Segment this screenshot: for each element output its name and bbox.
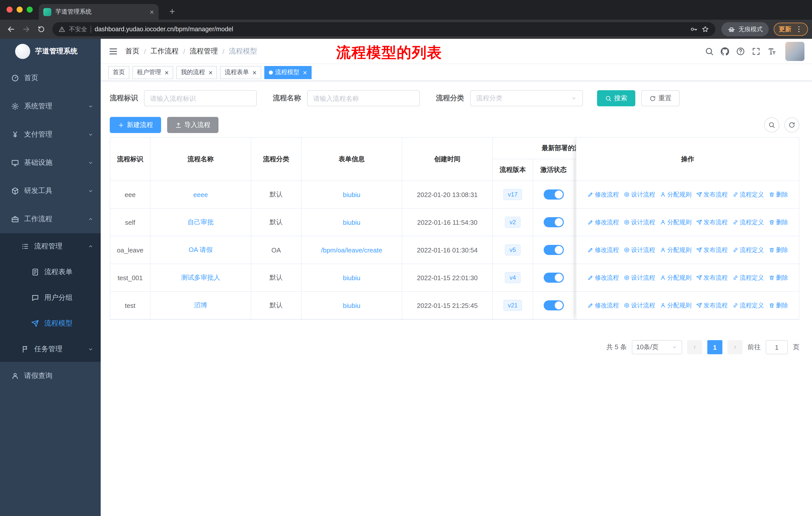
browser-tab[interactable]: 芋道管理系统 × xyxy=(39,4,158,20)
form-info-link[interactable]: biubiu xyxy=(343,191,360,198)
create-process-button[interactable]: 新建流程 xyxy=(110,117,161,133)
zoom-window-button[interactable] xyxy=(27,6,33,12)
github-icon[interactable] xyxy=(720,47,729,56)
action-delete-link[interactable]: 删除 xyxy=(768,301,788,310)
tab-close-icon[interactable]: × xyxy=(149,8,154,16)
refresh-table-button[interactable] xyxy=(784,117,800,133)
breadcrumb-process-management[interactable]: 流程管理 xyxy=(190,47,218,56)
sidebar-item-process-management[interactable]: 流程管理 xyxy=(0,233,101,259)
search-button[interactable]: 搜索 xyxy=(597,90,635,106)
user-avatar[interactable] xyxy=(785,42,805,61)
sidebar-item-user-group[interactable]: 用户分组 xyxy=(0,285,101,310)
action-delete-link[interactable]: 删除 xyxy=(768,190,788,199)
action-publish-link[interactable]: 发布流程 xyxy=(696,246,728,254)
action-publish-link[interactable]: 发布流程 xyxy=(696,273,728,282)
action-assign-link[interactable]: 分配规则 xyxy=(660,218,691,226)
tag-tenant[interactable]: 租户管理× xyxy=(133,66,173,79)
sidebar-item-payment[interactable]: 支付管理 xyxy=(0,120,101,148)
form-info-link[interactable]: /bpm/oa/leave/create xyxy=(321,246,382,254)
import-process-button[interactable]: 导入流程 xyxy=(167,117,219,133)
action-edit-link[interactable]: 修改流程 xyxy=(587,246,619,254)
action-definition-link[interactable]: 流程定义 xyxy=(732,246,764,254)
action-definition-link[interactable]: 流程定义 xyxy=(732,190,764,199)
password-key-icon[interactable] xyxy=(690,25,698,33)
process-name-link[interactable]: eeee xyxy=(193,191,208,198)
tag-close-icon[interactable]: × xyxy=(165,69,169,76)
page-1-button[interactable]: 1 xyxy=(707,340,722,354)
sidebar-item-task-management[interactable]: 任务管理 xyxy=(0,336,101,362)
action-definition-link[interactable]: 流程定义 xyxy=(732,218,764,226)
sidebar-item-workflow[interactable]: 工作流程 xyxy=(0,205,101,233)
breadcrumb-home[interactable]: 首页 xyxy=(125,47,140,56)
action-assign-link[interactable]: 分配规则 xyxy=(660,190,691,199)
process-name-link[interactable]: 滔博 xyxy=(194,301,207,309)
process-name-link[interactable]: OA 请假 xyxy=(188,246,212,253)
toggle-search-button[interactable] xyxy=(764,117,779,133)
action-publish-link[interactable]: 发布流程 xyxy=(696,190,728,199)
sidebar-item-leave-query[interactable]: 请假查询 xyxy=(0,362,101,390)
action-publish-link[interactable]: 发布流程 xyxy=(696,218,728,226)
address-bar[interactable]: 不安全 dashboard.yudao.iocoder.cn/bpm/manag… xyxy=(52,22,715,36)
active-toggle[interactable] xyxy=(544,189,563,199)
action-design-link[interactable]: 设计流程 xyxy=(624,246,655,254)
close-window-button[interactable] xyxy=(6,6,12,12)
action-delete-link[interactable]: 删除 xyxy=(768,218,788,226)
action-edit-link[interactable]: 修改流程 xyxy=(587,218,619,226)
hamburger-icon[interactable] xyxy=(108,46,118,56)
active-toggle[interactable] xyxy=(544,245,563,255)
header-search-icon[interactable] xyxy=(705,47,714,56)
tag-process-form[interactable]: 流程表单× xyxy=(220,66,261,79)
tag-close-icon[interactable]: × xyxy=(253,69,257,76)
sidebar-item-system[interactable]: 系统管理 xyxy=(0,92,101,120)
action-assign-link[interactable]: 分配规则 xyxy=(660,301,691,310)
active-toggle[interactable] xyxy=(544,273,563,283)
minimize-window-button[interactable] xyxy=(17,6,23,12)
action-assign-link[interactable]: 分配规则 xyxy=(660,246,691,254)
action-definition-link[interactable]: 流程定义 xyxy=(732,301,764,310)
process-name-input[interactable] xyxy=(307,90,420,106)
new-tab-button[interactable]: + xyxy=(165,4,179,19)
help-icon[interactable] xyxy=(736,47,745,56)
action-assign-link[interactable]: 分配规则 xyxy=(660,273,691,282)
action-design-link[interactable]: 设计流程 xyxy=(624,301,655,310)
tag-close-icon[interactable]: × xyxy=(208,69,212,76)
form-info-link[interactable]: biubiu xyxy=(343,302,360,309)
tag-my-process[interactable]: 我的流程× xyxy=(176,66,217,79)
breadcrumb-workflow[interactable]: 工作流程 xyxy=(150,47,179,56)
action-design-link[interactable]: 设计流程 xyxy=(624,190,655,199)
action-edit-link[interactable]: 修改流程 xyxy=(587,190,619,199)
back-icon[interactable] xyxy=(6,25,16,34)
reset-button[interactable]: 重置 xyxy=(641,90,679,106)
action-definition-link[interactable]: 流程定义 xyxy=(732,273,764,282)
action-delete-link[interactable]: 删除 xyxy=(768,246,788,254)
action-design-link[interactable]: 设计流程 xyxy=(624,273,655,282)
reload-icon[interactable] xyxy=(37,25,45,33)
font-size-icon[interactable] xyxy=(767,47,776,56)
tag-process-model[interactable]: 流程模型× xyxy=(264,66,311,79)
tag-close-icon[interactable]: × xyxy=(303,69,307,76)
bookmark-star-icon[interactable] xyxy=(701,25,709,33)
sidebar-item-infrastructure[interactable]: 基础设施 xyxy=(0,148,101,177)
fullscreen-icon[interactable] xyxy=(752,47,761,56)
process-name-link[interactable]: 自己审批 xyxy=(187,218,214,226)
prev-page-button[interactable] xyxy=(687,340,702,354)
form-info-link[interactable]: biubiu xyxy=(343,218,360,226)
action-design-link[interactable]: 设计流程 xyxy=(624,218,655,226)
action-edit-link[interactable]: 修改流程 xyxy=(587,273,619,282)
sidebar-item-process-model[interactable]: 流程模型 xyxy=(0,310,101,336)
browser-update-button[interactable]: 更新 xyxy=(774,23,808,36)
active-toggle[interactable] xyxy=(544,300,563,310)
sidebar-logo[interactable]: 芋道管理系统 xyxy=(0,39,101,64)
form-info-link[interactable]: biubiu xyxy=(343,274,360,281)
process-name-link[interactable]: 测试多审批人 xyxy=(181,274,220,281)
forward-icon[interactable] xyxy=(22,25,31,34)
action-edit-link[interactable]: 修改流程 xyxy=(587,301,619,310)
category-select[interactable]: 流程分类 xyxy=(470,90,583,106)
sidebar-item-process-form[interactable]: 流程表单 xyxy=(0,259,101,285)
next-page-button[interactable] xyxy=(727,340,743,354)
action-delete-link[interactable]: 删除 xyxy=(768,273,788,282)
sidebar-item-devtools[interactable]: 研发工具 xyxy=(0,177,101,205)
process-key-input[interactable] xyxy=(144,90,257,106)
tag-home[interactable]: 首页 xyxy=(108,66,129,79)
goto-page-input[interactable] xyxy=(766,340,788,354)
